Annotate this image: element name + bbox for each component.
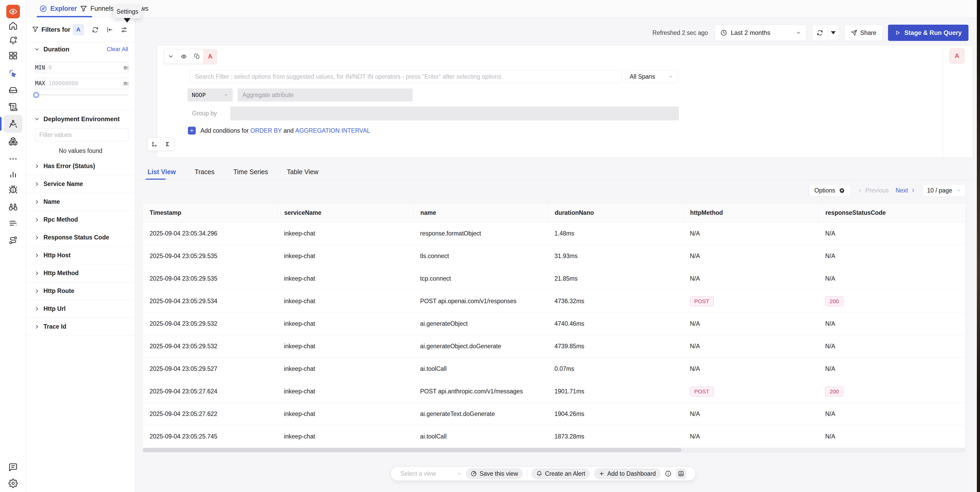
filter-section-response-status-code[interactable]: Response Status Code [26, 229, 135, 246]
collapse-sidebar-icon[interactable] [106, 26, 113, 33]
column-header-timestamp[interactable]: Timestamp [143, 203, 277, 222]
support-chat-icon[interactable] [8, 462, 18, 473]
add-formula-button[interactable]: Σ [161, 138, 174, 150]
order-by-link[interactable]: ORDER BY [250, 127, 282, 134]
clear-all-link[interactable]: Clear All [107, 46, 128, 53]
page-size-dropdown[interactable]: 10 / page [923, 184, 966, 197]
duration-slider-handle[interactable] [33, 92, 39, 98]
aggregate-operator-dropdown[interactable]: NOOP [188, 88, 233, 102]
query-name-chip[interactable]: A [950, 48, 964, 63]
table-row[interactable]: 2025-09-04 23:05:29.532inkeep-chatai.gen… [143, 335, 965, 358]
nav-integrations-icon[interactable] [8, 235, 18, 246]
toggle-query-visibility-button[interactable] [177, 49, 191, 64]
refresh-options-button[interactable] [828, 25, 839, 41]
filter-section-rpc-method[interactable]: Rpc Method [26, 211, 135, 229]
filter-section-has-error-status[interactable]: Has Error (Status) [26, 157, 135, 175]
refresh-button[interactable] [812, 25, 828, 41]
table-row[interactable]: 2025-09-04 23:05:34.296inkeep-chatrespon… [143, 222, 965, 245]
group-by-input[interactable] [230, 107, 679, 120]
column-header-servicename[interactable]: serviceName [277, 203, 414, 222]
nav-traces-icon[interactable] [8, 118, 18, 129]
horizontal-scrollbar[interactable] [143, 448, 965, 452]
tab-views[interactable]: ws [140, 0, 149, 17]
options-button[interactable]: Options [809, 184, 851, 197]
cell-timestamp: 2025-09-04 23:05:25.745 [143, 425, 277, 448]
add-query-button[interactable] [148, 138, 161, 150]
duration-max-input[interactable] [45, 78, 123, 89]
add-to-dashboard-button[interactable]: Add to Dashboard [594, 468, 660, 479]
nav-home-icon[interactable] [8, 21, 18, 31]
nav-logs-icon[interactable] [8, 102, 18, 112]
tab-traces[interactable]: Traces [195, 168, 214, 176]
nav-metrics-icon[interactable] [8, 169, 18, 179]
add-condition-button[interactable] [188, 127, 196, 134]
aggregate-attribute-input[interactable] [238, 88, 413, 102]
nav-pipelines-icon[interactable] [8, 218, 18, 228]
collapse-query-button[interactable] [164, 49, 177, 64]
nav-session-replay-icon[interactable] [8, 69, 18, 79]
column-header-responsestatuscode[interactable]: responseStatusCode [818, 203, 965, 222]
nav-dashboards-icon[interactable] [8, 50, 18, 61]
filter-settings-icon[interactable] [121, 26, 127, 33]
nav-services-icon[interactable] [8, 136, 18, 147]
nav-exceptions-icon[interactable] [8, 184, 18, 195]
time-range-dropdown[interactable]: Last 2 months [715, 25, 807, 41]
table-row[interactable]: 2025-09-04 23:05:27.622inkeep-chatai.gen… [143, 403, 965, 425]
stage-run-query-button[interactable]: Stage & Run Query [888, 25, 969, 41]
deployment-env-section-header[interactable]: Deployment Environment [26, 113, 135, 125]
table-row[interactable]: 2025-09-04 23:05:29.527inkeep-chatai.too… [143, 358, 965, 380]
filter-section-label: Response Status Code [43, 234, 109, 241]
settings-gear-icon[interactable] [8, 478, 18, 489]
tab-table-view[interactable]: Table View [287, 168, 318, 176]
filter-section-trace-id[interactable]: Trace Id [26, 318, 135, 336]
filter-section-http-route[interactable]: Http Route [26, 282, 135, 300]
duration-min-input[interactable] [45, 62, 123, 73]
cell-httpMethod: N/A [683, 222, 819, 245]
clone-query-button[interactable] [191, 49, 204, 64]
table-row[interactable]: 2025-09-04 23:05:29.532inkeep-chatai.gen… [143, 313, 965, 335]
table-row[interactable]: 2025-09-04 23:05:27.624inkeep-chatPOST a… [143, 380, 965, 403]
pagination-next[interactable]: Next [896, 187, 916, 194]
aggregation-interval-link[interactable]: AGGREGATION INTERVAL [295, 127, 370, 134]
pagination-previous[interactable]: Previous [858, 187, 889, 194]
tab-list-view[interactable]: List View [148, 168, 176, 176]
duration-section-header[interactable]: Duration Clear All [26, 43, 135, 55]
nav-more-icon[interactable] [8, 154, 18, 164]
span-scope-dropdown[interactable]: All Spans [625, 70, 678, 83]
horizontal-scrollbar-thumb[interactable] [143, 448, 681, 452]
table-row[interactable]: 2025-09-04 23:05:29.535inkeep-chattls.co… [143, 245, 965, 267]
nav-explore-icon[interactable] [8, 202, 18, 212]
tab-time-series[interactable]: Time Series [233, 168, 268, 176]
table-row[interactable]: 2025-09-04 23:05:29.535inkeep-chattcp.co… [143, 267, 965, 290]
column-header-durationnano[interactable]: durationNano [548, 203, 683, 222]
tab-funnels[interactable]: Funnels [80, 0, 114, 17]
column-header-name[interactable]: name [413, 203, 548, 222]
table-row[interactable]: 2025-09-04 23:05:29.534inkeep-chatPOST a… [143, 290, 965, 313]
query-label-button[interactable]: A [204, 49, 217, 64]
info-icon[interactable] [665, 470, 671, 477]
filter-section-service-name[interactable]: Service Name [26, 175, 135, 193]
save-view-button[interactable]: Save this view [466, 468, 523, 479]
column-header-httpmethod[interactable]: httpMethod [683, 203, 819, 222]
funnel-icon [80, 5, 87, 12]
sync-filters-icon[interactable] [92, 26, 99, 33]
filters-query-badge[interactable]: A [73, 24, 84, 35]
table-row[interactable]: 2025-09-04 23:05:25.745inkeep-chatai.too… [143, 425, 965, 448]
select-view-dropdown[interactable]: Select a view [395, 470, 462, 477]
nav-infrastructure-icon[interactable] [8, 85, 18, 95]
duration-slider-track[interactable] [35, 94, 128, 96]
cell-serviceName: inkeep-chat [277, 267, 414, 290]
nav-alerts-icon[interactable] [8, 35, 18, 46]
chevron-right-icon [34, 288, 40, 294]
signoz-logo[interactable] [6, 5, 20, 18]
share-button[interactable]: Share [844, 25, 883, 41]
tab-explorer[interactable]: Explorer [39, 0, 77, 17]
filter-section-http-host[interactable]: Http Host [26, 246, 135, 264]
search-filter-input[interactable] [189, 70, 622, 83]
filter-section-http-method[interactable]: Http Method [26, 264, 135, 282]
deployment-env-filter-input[interactable] [35, 128, 128, 141]
collapse-panel-button[interactable] [676, 468, 686, 479]
filter-section-http-url[interactable]: Http Url [26, 300, 135, 318]
filter-section-name[interactable]: Name [26, 193, 135, 211]
create-alert-button[interactable]: Create an Alert [531, 468, 590, 479]
